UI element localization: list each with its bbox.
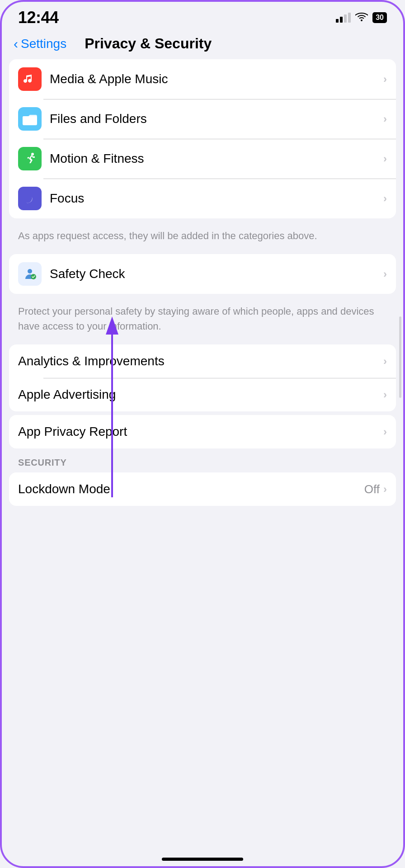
battery-level: 30: [376, 14, 384, 22]
media-apple-music-icon: [18, 67, 42, 91]
back-chevron-icon: ‹: [14, 36, 18, 52]
safety-check-row[interactable]: Safety Check ›: [9, 254, 396, 294]
apple-advertising-row[interactable]: Apple Advertising ›: [9, 378, 396, 411]
files-and-folders-row[interactable]: Files and Folders ›: [9, 99, 396, 139]
home-indicator: [162, 858, 243, 861]
app-privacy-report-chevron-icon: ›: [383, 425, 387, 438]
signal-bar-3: [344, 14, 347, 23]
analytics-group: Analytics & Improvements › Apple Adverti…: [9, 344, 396, 411]
status-time: 12:44: [18, 8, 59, 27]
svg-point-3: [28, 269, 32, 274]
nav-header: ‹ Settings Privacy & Security: [0, 31, 405, 59]
svg-rect-2: [21, 265, 38, 283]
motion-fitness-row[interactable]: Motion & Fitness ›: [9, 139, 396, 179]
permissions-caption: As apps request access, they will be add…: [9, 222, 396, 254]
motion-fitness-chevron-icon: ›: [383, 152, 387, 165]
safety-check-caption: Protect your personal safety by staying …: [9, 297, 396, 344]
analytics-improvements-label: Analytics & Improvements: [18, 354, 383, 368]
safety-check-label: Safety Check: [50, 267, 383, 281]
page-title: Privacy & Security: [85, 35, 212, 52]
content-area: Media & Apple Music › Files and Folders …: [0, 59, 405, 506]
battery-icon: 30: [372, 12, 387, 23]
signal-bar-4: [348, 13, 351, 23]
apple-advertising-chevron-icon: ›: [383, 388, 387, 401]
back-label: Settings: [21, 37, 66, 51]
permissions-group: Media & Apple Music › Files and Folders …: [9, 59, 396, 218]
files-and-folders-label: Files and Folders: [50, 112, 383, 126]
security-section-label: SECURITY: [9, 452, 396, 472]
lockdown-mode-chevron-icon: ›: [383, 483, 387, 495]
status-icons: 30: [336, 11, 387, 24]
lockdown-mode-value: Off: [364, 482, 380, 496]
motion-fitness-icon: [18, 147, 42, 170]
scrollbar[interactable]: [399, 316, 401, 398]
app-privacy-report-group: App Privacy Report ›: [9, 415, 396, 448]
signal-bars-icon: [336, 13, 351, 23]
motion-fitness-label: Motion & Fitness: [50, 151, 383, 166]
apple-advertising-label: Apple Advertising: [18, 387, 383, 402]
lockdown-mode-label: Lockdown Mode: [18, 482, 364, 496]
focus-label: Focus: [50, 191, 383, 206]
security-group: Lockdown Mode Off ›: [9, 472, 396, 506]
signal-bar-2: [340, 17, 343, 23]
analytics-improvements-row[interactable]: Analytics & Improvements ›: [9, 344, 396, 378]
media-apple-music-label: Media & Apple Music: [50, 72, 383, 86]
lockdown-mode-row[interactable]: Lockdown Mode Off ›: [9, 472, 396, 506]
files-and-folders-icon: [18, 107, 42, 131]
back-button[interactable]: ‹ Settings: [14, 36, 66, 52]
status-bar: 12:44 30: [0, 0, 405, 31]
focus-chevron-icon: ›: [383, 192, 387, 205]
focus-icon: [18, 187, 42, 210]
signal-bar-1: [336, 19, 339, 23]
safety-check-chevron-icon: ›: [383, 268, 387, 280]
files-and-folders-chevron-icon: ›: [383, 113, 387, 125]
safety-check-icon: [18, 262, 42, 286]
app-privacy-report-label: App Privacy Report: [18, 425, 383, 439]
media-apple-music-chevron-icon: ›: [383, 73, 387, 85]
media-apple-music-row[interactable]: Media & Apple Music ›: [9, 59, 396, 99]
app-privacy-report-row[interactable]: App Privacy Report ›: [9, 415, 396, 448]
safety-check-group: Safety Check ›: [9, 254, 396, 294]
focus-row[interactable]: Focus ›: [9, 179, 396, 218]
analytics-improvements-chevron-icon: ›: [383, 355, 387, 368]
wifi-icon: [355, 11, 368, 24]
